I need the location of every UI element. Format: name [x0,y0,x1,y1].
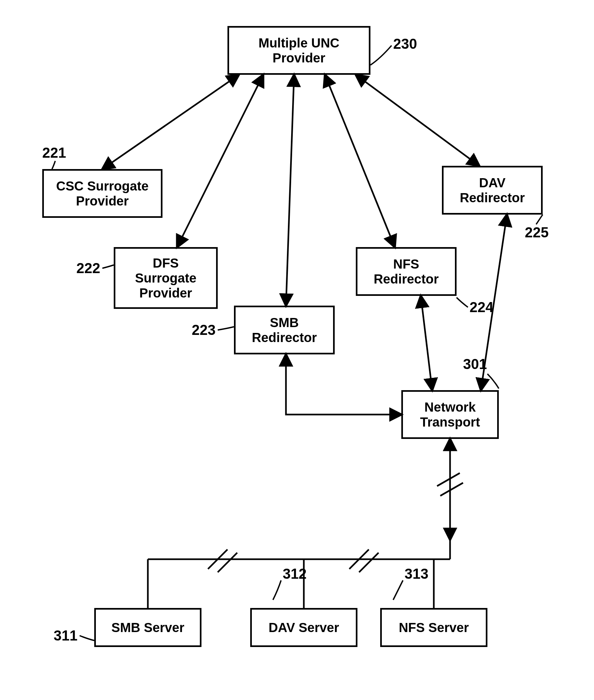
ref-label-223: 223 [192,322,216,338]
box-smb-redirector: SMBRedirector [234,306,335,354]
box-csc-surrogate-provider: CSC SurrogateProvider [42,169,162,218]
box-nfs-server: NFS Server [380,608,487,647]
svg-line-15 [359,553,378,572]
box-nfs-redirector: NFSRedirector [356,247,457,296]
box-label: SMB Server [111,620,185,635]
box-dfs-surrogate-provider: DFSSurrogateProvider [114,247,218,309]
box-label: NetworkTransport [420,400,480,429]
svg-line-3 [325,75,395,247]
svg-line-5 [421,296,432,390]
box-label: DAVRedirector [460,175,525,205]
box-network-transport: NetworkTransport [401,390,499,439]
ref-label-311: 311 [54,628,77,644]
svg-line-4 [356,75,479,166]
ref-label-230: 230 [393,36,417,52]
ref-label-301: 301 [463,356,487,372]
svg-line-2 [286,75,294,306]
box-label: NFSRedirector [374,257,439,286]
ref-label-224: 224 [469,299,493,315]
box-label: SMBRedirector [252,315,317,345]
ref-label-225: 225 [525,224,549,241]
svg-line-14 [349,549,369,569]
svg-line-1 [177,75,263,247]
ref-label-222: 222 [76,260,100,276]
ref-label-221: 221 [42,145,66,161]
diagram-canvas: Multiple UNCProvider CSC SurrogateProvid… [0,0,594,700]
box-dav-redirector: DAVRedirector [442,166,543,215]
box-multiple-unc-provider: Multiple UNCProvider [227,26,370,75]
ref-label-313: 313 [404,566,428,582]
svg-line-8 [437,473,460,486]
box-label: DAV Server [268,620,339,635]
svg-line-9 [440,483,463,496]
box-label: DFSSurrogateProvider [135,256,197,300]
box-smb-server: SMB Server [94,608,201,647]
svg-line-13 [218,553,237,572]
svg-line-12 [208,549,227,569]
box-label: CSC SurrogateProvider [56,179,149,209]
box-dav-server: DAV Server [250,608,357,647]
svg-line-0 [102,75,239,169]
box-label: Multiple UNCProvider [259,35,339,65]
box-label: NFS Server [399,620,469,635]
ref-label-312: 312 [283,566,306,582]
